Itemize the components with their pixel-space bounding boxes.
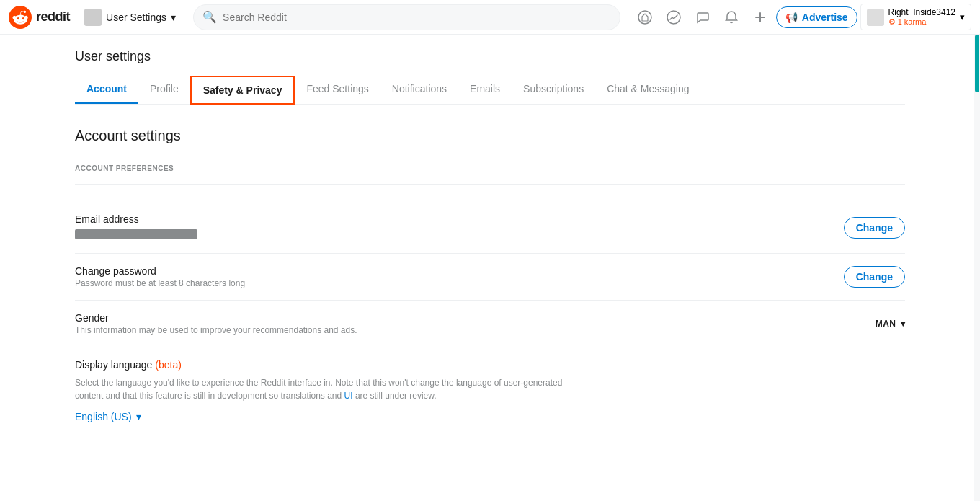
language-select-button[interactable]: English (US) ▾ — [75, 411, 141, 422]
gender-dropdown[interactable]: MAN ▾ — [876, 319, 905, 329]
tab-account[interactable]: Account — [75, 76, 138, 104]
page-title: User settings — [75, 49, 905, 64]
username: Right_Inside3412 — [888, 7, 956, 17]
chat-nav-icon[interactable] — [690, 4, 716, 30]
reddit-wordmark: reddit — [36, 9, 70, 25]
email-change-button[interactable]: Change — [844, 217, 905, 239]
plus-nav-icon[interactable] — [747, 4, 773, 30]
reddit-logo[interactable]: reddit — [9, 6, 70, 29]
gender-chevron-icon: ▾ — [901, 319, 906, 329]
chevron-down-icon: ▾ — [171, 12, 176, 23]
svg-point-1 — [638, 11, 651, 24]
tabs-navigation: Account Profile Safety & Privacy Feed Se… — [75, 76, 905, 105]
password-setting-info: Change password Password must be at leas… — [75, 265, 844, 288]
email-setting-info: Email address — [75, 213, 844, 241]
tab-profile[interactable]: Profile — [138, 76, 190, 104]
tab-notifications[interactable]: Notifications — [380, 76, 458, 104]
home-nav-icon[interactable] — [632, 4, 658, 30]
section-divider — [75, 184, 905, 185]
gender-setting-row: Gender This information may be used to i… — [75, 301, 905, 347]
svg-point-2 — [667, 11, 680, 24]
search-bar[interactable]: 🔍 — [193, 4, 620, 30]
user-settings-label: User Settings — [106, 12, 166, 23]
password-change-button[interactable]: Change — [844, 266, 905, 288]
reddit-logo-icon — [9, 6, 32, 29]
language-value: English (US) — [75, 411, 132, 422]
user-settings-dropdown[interactable]: User Settings ▾ — [79, 6, 182, 29]
scrollbar-thumb[interactable] — [975, 35, 979, 92]
notifications-nav-icon[interactable] — [718, 4, 744, 30]
scrollbar-track[interactable] — [974, 0, 980, 448]
password-setting-row: Change password Password must be at leas… — [75, 254, 905, 301]
advertise-button[interactable]: 📢 Advertise — [776, 6, 858, 28]
tab-feed-settings[interactable]: Feed Settings — [295, 76, 380, 104]
tab-chat-messaging[interactable]: Chat & Messaging — [595, 76, 700, 104]
language-chevron-icon: ▾ — [136, 411, 141, 422]
megaphone-icon: 📢 — [785, 12, 798, 23]
gender-sublabel: This information may be used to improve … — [75, 325, 876, 335]
password-sublabel: Password must be at least 8 characters l… — [75, 278, 844, 288]
account-settings-title: Account settings — [75, 128, 905, 144]
search-icon: 🔍 — [202, 10, 217, 24]
display-language-description: Select the language you'd like to experi… — [75, 376, 565, 402]
search-input[interactable] — [223, 12, 611, 23]
password-label: Change password — [75, 265, 844, 277]
gender-value: MAN — [876, 319, 896, 329]
gender-setting-info: Gender This information may be used to i… — [75, 312, 876, 335]
nav-icons: 📢 Advertise Right_Inside3412 ⚙ 1 karma ▾ — [632, 4, 971, 30]
tab-subscriptions[interactable]: Subscriptions — [512, 76, 595, 104]
tab-safety-privacy[interactable]: Safety & Privacy — [190, 76, 295, 105]
profile-chevron-icon: ▾ — [960, 12, 965, 22]
advertise-label: Advertise — [802, 12, 848, 23]
navbar: reddit User Settings ▾ 🔍 📢 Advertise — [0, 0, 980, 35]
email-masked-value — [75, 229, 197, 239]
ui-link[interactable]: UI — [344, 391, 353, 401]
user-avatar — [867, 9, 884, 26]
beta-label: (beta) — [155, 359, 182, 371]
trending-nav-icon[interactable] — [661, 4, 687, 30]
user-profile-button[interactable]: Right_Inside3412 ⚙ 1 karma ▾ — [860, 4, 971, 30]
account-preferences-section-label: ACCOUNT PREFERENCES — [75, 164, 905, 172]
page-content: User settings Account Profile Safety & P… — [58, 35, 922, 448]
gender-label: Gender — [75, 312, 876, 324]
tab-emails[interactable]: Emails — [458, 76, 512, 104]
display-language-section: Display language (beta) Select the langu… — [75, 347, 905, 434]
user-avatar-small — [84, 9, 102, 26]
display-language-label: Display language (beta) — [75, 359, 905, 371]
email-label: Email address — [75, 213, 844, 225]
karma-count: ⚙ 1 karma — [888, 17, 927, 27]
email-setting-row: Email address Change — [75, 202, 905, 254]
